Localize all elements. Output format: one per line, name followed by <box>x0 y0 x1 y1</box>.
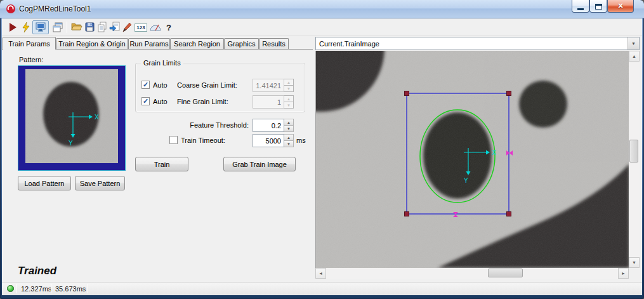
pencil-icon <box>121 21 134 34</box>
run-time-text: 12.327ms <box>21 285 51 293</box>
spin-down-button[interactable]: ▼ <box>284 85 294 92</box>
edit-graphics-button[interactable] <box>121 20 135 34</box>
monitor-icon <box>34 21 47 34</box>
electric-run-button[interactable] <box>19 20 33 34</box>
grab-train-image-button[interactable]: Grab Train Image <box>223 157 296 171</box>
feature-threshold-label: Feature Threshold: <box>159 121 249 129</box>
status-divider <box>51 284 51 293</box>
pattern-display[interactable]: X Y <box>18 65 126 171</box>
feature-threshold-field[interactable] <box>253 119 284 132</box>
tab-results[interactable]: Results <box>259 38 289 49</box>
status-bar <box>2 282 642 295</box>
status-led <box>7 285 14 292</box>
horizontal-scrollbar[interactable]: ◄ ► <box>315 268 629 279</box>
spin-down-button[interactable]: ▼ <box>284 102 294 109</box>
close-button[interactable]: × <box>607 0 634 13</box>
spin-up-button[interactable]: ▲ <box>284 134 294 140</box>
help-button[interactable]: ? <box>162 20 176 34</box>
app-icon <box>6 4 16 14</box>
fine-auto-checkmark: ✓ <box>143 98 148 105</box>
tab-graphics[interactable]: Graphics <box>224 38 259 49</box>
close-icon: × <box>618 1 623 11</box>
pattern-axis-y-label: Y <box>69 140 73 147</box>
vertical-scroll-thumb[interactable] <box>629 140 638 163</box>
help-icon: ? <box>166 23 171 32</box>
horizontal-scroll-thumb[interactable] <box>488 269 523 277</box>
protractor-icon <box>149 21 162 34</box>
maximize-button[interactable] <box>589 0 607 13</box>
float-window-button[interactable] <box>51 20 65 34</box>
fine-grain-limit-label: Fine Grain Limit: <box>177 98 228 105</box>
coarse-auto-checkmark: ✓ <box>143 81 148 88</box>
train-timeout-checkbox[interactable] <box>169 136 178 144</box>
train-timeout-label: Train Timeout: <box>181 136 225 144</box>
scroll-right-button[interactable]: ► <box>618 268 629 279</box>
coarse-auto-checkbox[interactable]: ✓ <box>141 81 150 89</box>
open-file-button[interactable] <box>70 20 84 34</box>
toolbar-separator <box>67 22 67 33</box>
chevron-down-icon[interactable]: ▼ <box>628 37 639 50</box>
coarse-grain-limit-label: Coarse Grain Limit: <box>177 81 237 89</box>
image-source-value: Current.TrainImage <box>316 40 628 48</box>
run-button[interactable] <box>6 20 20 34</box>
fine-grain-spinner[interactable]: ▲ ▼ <box>284 95 294 109</box>
minimize-button[interactable] <box>572 0 589 13</box>
load-pattern-button[interactable]: Load Pattern <box>18 176 71 190</box>
copy-pages-icon <box>96 21 109 34</box>
spin-up-button[interactable]: ▲ <box>284 79 294 85</box>
train-timeout-spinner[interactable]: ▲ ▼ <box>284 134 294 147</box>
fine-grain-limit-field[interactable] <box>253 95 284 109</box>
train-image: X Y <box>316 51 629 268</box>
pattern-image: X Y <box>25 69 118 163</box>
total-time-text: 35.673ms <box>55 285 86 293</box>
scroll-left-button[interactable]: ◄ <box>315 268 326 279</box>
fine-auto-label: Auto <box>153 98 168 105</box>
page-arrow-icon <box>108 21 121 34</box>
image-display-toggle-button[interactable] <box>32 20 49 34</box>
save-floppy-icon <box>84 21 96 34</box>
numeric-results-icon: 123 <box>135 23 147 32</box>
fine-auto-checkbox[interactable]: ✓ <box>141 97 150 105</box>
run-icon <box>7 22 18 33</box>
spin-up-button[interactable]: ▲ <box>284 119 294 125</box>
maximize-icon <box>595 4 602 10</box>
pattern-axis-x-label: X <box>95 114 99 121</box>
open-folder-icon <box>70 21 83 34</box>
train-timeout-field[interactable] <box>253 134 284 147</box>
tool-window: CogPMRedLineTool1 × <box>0 0 644 299</box>
save-pattern-button[interactable]: Save Pattern <box>75 176 125 190</box>
spin-down-button[interactable]: ▼ <box>284 125 294 132</box>
window-title: CogPMRedLineTool1 <box>19 4 91 13</box>
tab-train-region-origin[interactable]: Train Region & Origin <box>56 38 128 49</box>
title-bar[interactable]: CogPMRedLineTool1 × <box>0 0 644 18</box>
measure-button[interactable] <box>148 20 162 34</box>
train-timeout-unit: ms <box>296 136 306 144</box>
scrollbar-corner <box>629 268 640 279</box>
main-image-display[interactable]: X Y <box>315 51 629 268</box>
tab-run-params[interactable]: Run Params <box>128 38 170 49</box>
spin-up-button[interactable]: ▲ <box>284 95 294 102</box>
coarse-grain-limit-field[interactable] <box>253 79 284 92</box>
coarse-grain-spinner[interactable]: ▲ ▼ <box>284 79 294 92</box>
minimize-icon <box>577 8 584 10</box>
import-image-button[interactable] <box>108 20 122 34</box>
axis-x-label: X <box>492 149 496 156</box>
numeric-results-button[interactable]: 123 <box>134 20 148 34</box>
train-button[interactable]: Train <box>135 157 188 171</box>
tab-search-region[interactable]: Search Region <box>170 38 224 49</box>
vertical-scrollbar[interactable]: ▲ ▼ <box>629 51 640 268</box>
float-window-icon <box>51 21 64 34</box>
image-source-dropdown[interactable]: Current.TrainImage ▼ <box>315 37 640 50</box>
lightning-icon <box>20 22 32 33</box>
coarse-auto-label: Auto <box>153 81 168 89</box>
pattern-label: Pattern: <box>19 56 44 63</box>
status-divider <box>88 284 88 293</box>
spin-down-button[interactable]: ▼ <box>284 140 294 147</box>
trained-status-text: Trained <box>18 265 56 277</box>
save-button[interactable] <box>83 20 97 34</box>
scroll-up-button[interactable]: ▲ <box>629 51 640 62</box>
feature-threshold-spinner[interactable]: ▲ ▼ <box>284 119 294 132</box>
grain-limits-title: Grain Limits <box>141 59 183 67</box>
scroll-down-button[interactable]: ▼ <box>629 257 640 268</box>
tab-train-params[interactable]: Train Params <box>3 37 56 50</box>
